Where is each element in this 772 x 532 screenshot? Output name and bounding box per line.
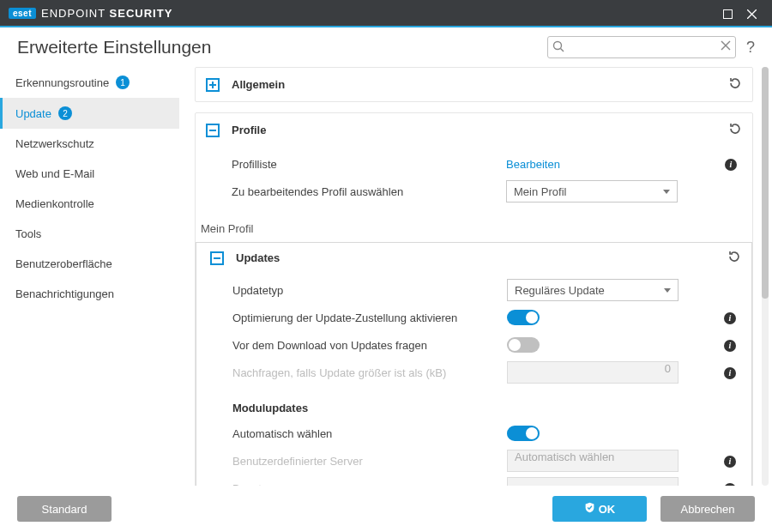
brand-text: ENDPOINT SECURITY xyxy=(41,7,172,20)
svg-line-4 xyxy=(560,49,564,52)
edit-link[interactable]: Bearbeiten xyxy=(506,158,560,171)
footer: Standard OK Abbrechen xyxy=(0,486,772,532)
collapse-icon xyxy=(210,251,224,265)
panel-title: Updates xyxy=(236,251,727,264)
info-icon[interactable]: i xyxy=(724,340,736,352)
svg-rect-0 xyxy=(723,9,732,18)
row-label: Vor dem Download von Updates fragen xyxy=(207,339,507,352)
help-icon[interactable]: ? xyxy=(746,39,755,57)
row-label: Nachfragen, falls Update größer ist als … xyxy=(207,366,507,379)
sidebar-item-network[interactable]: Netzwerkschutz xyxy=(0,129,179,159)
body: Erkennungsroutine 1 Update 2 Netzwerksch… xyxy=(0,67,772,486)
module-updates-title: Modulupdates xyxy=(207,386,741,420)
panel-general: Allgemein xyxy=(195,67,753,102)
info-icon[interactable]: i xyxy=(725,159,737,171)
ok-button[interactable]: OK xyxy=(552,496,647,522)
sidebar-item-tools[interactable]: Tools xyxy=(0,219,179,249)
default-button[interactable]: Standard xyxy=(17,496,112,522)
window-close-icon[interactable] xyxy=(739,6,763,20)
panel-updates-header[interactable]: Updates xyxy=(196,243,751,273)
update-type-select[interactable]: Reguläres Update xyxy=(507,279,679,301)
row-label: Profilliste xyxy=(206,158,506,171)
sidebar-badge: 2 xyxy=(58,106,72,120)
main: Allgemein Profile Profillist xyxy=(184,67,772,486)
sidebar-item-label: Erkennungsroutine xyxy=(15,76,109,89)
select-value: Mein Profil xyxy=(514,185,566,198)
select-value: Reguläres Update xyxy=(515,284,605,297)
row-ask-threshold: Nachfragen, falls Update größer ist als … xyxy=(207,359,741,386)
auto-toggle[interactable] xyxy=(507,426,540,441)
svg-point-3 xyxy=(553,42,561,50)
input-value: Automatisch wählen xyxy=(515,450,614,463)
brand-badge: eset xyxy=(9,8,36,19)
row-label: Benutzerdefinierter Server xyxy=(207,455,507,468)
cancel-button[interactable]: Abbrechen xyxy=(660,496,755,522)
panel-title: Profile xyxy=(232,124,728,136)
shield-icon xyxy=(584,502,595,516)
sidebar-item-label: Netzwerkschutz xyxy=(15,137,94,150)
info-icon[interactable]: i xyxy=(724,483,736,486)
search-input[interactable] xyxy=(547,36,736,58)
sidebar-item-label: Tools xyxy=(15,227,41,240)
info-icon[interactable]: i xyxy=(724,367,736,379)
reset-icon[interactable] xyxy=(728,122,742,138)
sidebar: Erkennungsroutine 1 Update 2 Netzwerksch… xyxy=(0,67,184,486)
info-icon[interactable]: i xyxy=(724,312,736,324)
brand-text-light: ENDPOINT xyxy=(41,7,110,20)
row-label: Optimierung der Update-Zustellung aktivi… xyxy=(207,311,507,324)
sidebar-item-detection[interactable]: Erkennungsroutine 1 xyxy=(0,67,179,98)
page-title: Erweiterte Einstellungen xyxy=(17,37,211,57)
sidebar-badge: 1 xyxy=(116,76,130,89)
row-username: Benutzername i xyxy=(207,475,741,486)
row-label: Zu bearbeitendes Profil auswählen xyxy=(206,185,506,198)
brand-text-bold: SECURITY xyxy=(110,7,173,20)
panel-profile: Profile Profilliste Bearbeiten i Zu bear… xyxy=(195,112,753,486)
sidebar-item-ui[interactable]: Benutzeroberfläche xyxy=(0,249,179,279)
row-profile-select: Zu bearbeitendes Profil auswählen Mein P… xyxy=(206,178,742,205)
collapse-icon xyxy=(206,124,220,137)
expand-icon xyxy=(206,78,220,92)
server-input: Automatisch wählen xyxy=(507,450,679,472)
threshold-input: 0 xyxy=(507,361,679,384)
panel-updates: Updates Updatetyp Reguläres Update Optim… xyxy=(196,242,752,486)
sidebar-item-update[interactable]: Update 2 xyxy=(0,98,179,129)
sidebar-item-label: Web und E-Mail xyxy=(15,167,94,180)
row-label: Automatisch wählen xyxy=(207,427,507,440)
search-icon xyxy=(552,40,564,55)
row-label: Benutzername xyxy=(207,482,507,487)
row-update-type: Updatetyp Reguläres Update xyxy=(207,276,741,304)
info-icon[interactable]: i xyxy=(724,456,736,468)
reset-icon[interactable] xyxy=(728,76,742,93)
button-label: Abbrechen xyxy=(681,503,735,516)
sidebar-item-web-email[interactable]: Web und E-Mail xyxy=(0,159,179,189)
scrollbar-thumb[interactable] xyxy=(762,67,769,299)
sidebar-item-media[interactable]: Medienkontrolle xyxy=(0,189,179,219)
row-ask-before-download: Vor dem Download von Updates fragen i xyxy=(207,331,741,359)
sidebar-item-notifications[interactable]: Benachrichtigungen xyxy=(0,279,179,309)
username-input xyxy=(507,477,679,486)
row-custom-server: Benutzerdefinierter Server Automatisch w… xyxy=(207,447,741,475)
button-label: OK xyxy=(599,503,616,516)
profile-select[interactable]: Mein Profil xyxy=(506,180,678,203)
title-bar: eset ENDPOINT SECURITY xyxy=(0,0,772,26)
row-auto-select: Automatisch wählen xyxy=(207,420,741,447)
clear-search-icon[interactable] xyxy=(721,40,731,53)
input-value: 0 xyxy=(665,362,671,375)
sidebar-item-label: Medienkontrolle xyxy=(15,197,94,210)
header-row: Erweiterte Einstellungen ? xyxy=(0,27,772,67)
panel-title: Allgemein xyxy=(232,78,728,91)
ask-toggle[interactable] xyxy=(507,337,540,353)
optimize-toggle[interactable] xyxy=(507,310,540,325)
button-label: Standard xyxy=(42,503,87,516)
search-box xyxy=(547,36,736,58)
sidebar-item-label: Benachrichtigungen xyxy=(15,287,114,300)
panel-general-header[interactable]: Allgemein xyxy=(196,68,752,101)
sidebar-item-label: Benutzeroberfläche xyxy=(15,257,112,270)
row-profile-list: Profilliste Bearbeiten i xyxy=(206,150,742,178)
current-profile-name: Mein Profil xyxy=(196,215,752,239)
panel-profile-header[interactable]: Profile xyxy=(196,113,752,147)
reset-icon[interactable] xyxy=(727,250,741,266)
window-maximize-icon[interactable] xyxy=(715,6,739,20)
row-label: Updatetyp xyxy=(207,284,507,297)
row-optimize-delivery: Optimierung der Update-Zustellung aktivi… xyxy=(207,304,741,331)
